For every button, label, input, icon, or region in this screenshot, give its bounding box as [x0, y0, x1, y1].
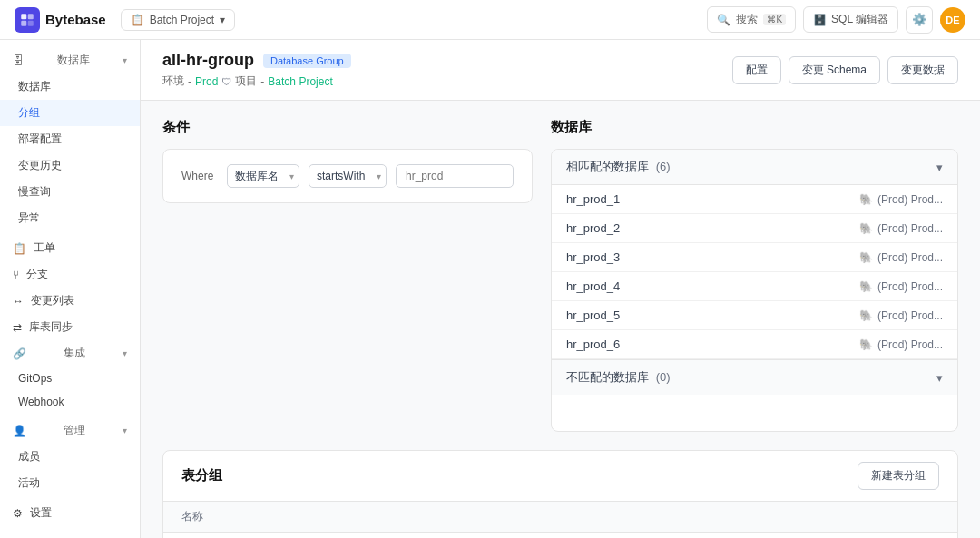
sidebar-db-item-label: 数据库	[18, 79, 51, 94]
db-name-5: hr_prod_5	[566, 308, 620, 322]
sidebar-item-slow-query[interactable]: 慢查询	[0, 179, 140, 205]
db-env-1: 🐘 (Prod) Prod...	[859, 193, 943, 206]
title-row: all-hr-group Database Group	[162, 51, 351, 70]
db-name-3: hr_prod_3	[566, 250, 620, 264]
table-header-row: 名称	[163, 502, 957, 533]
db-icon-6: 🐘	[859, 338, 873, 351]
env-label: 环境	[162, 73, 184, 89]
sidebar-integration-header[interactable]: 🔗 集成 ▾	[0, 340, 140, 367]
matching-db-title: 相匹配的数据库 (6)	[566, 159, 671, 175]
topbar: Bytebase 📋 Batch Project ▾ 🔍 搜索 ⌘K 🗄️ SQ…	[0, 0, 980, 40]
sidebar-item-sync[interactable]: ⇄ 库表同步	[0, 314, 140, 340]
two-col-layout: 条件 Where 数据库名 startsWith	[162, 119, 958, 432]
sidebar-item-activity[interactable]: 活动	[0, 470, 140, 496]
operator-select[interactable]: startsWith	[309, 164, 387, 188]
sidebar-item-changelist[interactable]: ↔ 变更列表	[0, 288, 140, 314]
sync-icon: ⇄	[13, 321, 22, 334]
changelist-label: 变更列表	[31, 293, 74, 308]
database-card: 相匹配的数据库 (6) ▾ hr_prod_1 🐘 (Prod) Prod...	[551, 149, 958, 432]
chevron-not-matching-icon: ▾	[936, 371, 943, 385]
main-content: all-hr-group Database Group 环境 - Prod 🛡 …	[141, 40, 980, 538]
branch-icon: ⑂	[13, 269, 19, 281]
settings-icon-button[interactable]: ⚙️	[906, 6, 933, 34]
table-groups-title: 表分组	[181, 467, 222, 484]
search-shortcut: ⌘K	[763, 14, 786, 25]
db-section-icon: 🗄	[13, 54, 24, 67]
db-env-3: 🐘 (Prod) Prod...	[859, 251, 943, 264]
sidebar-item-deploy-config[interactable]: 部署配置	[0, 126, 140, 152]
change-data-button[interactable]: 变更数据	[887, 56, 958, 84]
ticket-icon: 📋	[13, 242, 26, 255]
sidebar-item-anomaly[interactable]: 异常	[0, 205, 140, 231]
project-icon: 📋	[131, 14, 144, 26]
field-select[interactable]: 数据库名	[227, 164, 299, 188]
col-name-header: 名称	[181, 509, 203, 524]
table-row: hr_prod_3 🐘 (Prod) Prod...	[552, 243, 957, 272]
sidebar-db-label: 数据库	[57, 53, 90, 68]
not-matching-empty	[552, 395, 957, 431]
sidebar-anomaly-item-label: 异常	[18, 210, 40, 226]
condition-section: 条件 Where 数据库名 startsWith	[162, 119, 533, 432]
not-matching-count: (0)	[656, 370, 671, 384]
env-link[interactable]: Prod	[195, 75, 218, 88]
db-icon-2: 🐘	[859, 222, 873, 235]
webhook-label: Webhook	[18, 396, 64, 408]
settings-icon: ⚙	[13, 507, 23, 520]
search-icon: 🔍	[717, 14, 730, 26]
field-select-wrapper: 数据库名	[227, 164, 299, 188]
batch-project-button[interactable]: 📋 Batch Project ▾	[121, 9, 235, 31]
sidebar-deploy-item-label: 部署配置	[18, 132, 62, 147]
sidebar-group-item-label: 分组	[18, 105, 40, 121]
sidebar-history-item-label: 变更历史	[18, 158, 62, 173]
project-link[interactable]: Batch Project	[268, 75, 332, 88]
db-icon-4: 🐘	[859, 280, 873, 293]
project-label: 项目	[235, 73, 257, 89]
where-label: Where	[181, 170, 218, 182]
operator-select-wrapper: startsWith	[309, 164, 387, 188]
sidebar-item-groups[interactable]: 分组	[0, 100, 140, 126]
svg-rect-2	[21, 20, 26, 25]
table-row: hr_prod_6 🐘 (Prod) Prod...	[552, 330, 957, 359]
sidebar-item-gitops[interactable]: GitOps	[0, 367, 140, 390]
sidebar-item-change-history[interactable]: 变更历史	[0, 152, 140, 179]
batch-project-label: Batch Project	[150, 14, 214, 26]
breadcrumb-sep2: -	[260, 75, 264, 88]
new-table-group-button[interactable]: 新建表分组	[858, 462, 939, 490]
db-icon-5: 🐘	[859, 309, 873, 322]
database-section: 数据库 相匹配的数据库 (6) ▾ hr_prod_1	[551, 119, 958, 432]
sidebar-item-members[interactable]: 成员	[0, 444, 140, 470]
shield-icon: 🛡	[221, 76, 231, 87]
search-button[interactable]: 🔍 搜索 ⌘K	[707, 6, 796, 33]
layout: 🗄 数据库 ▾ 数据库 分组 部署配置 变更历史 慢查询 异常	[0, 40, 980, 538]
db-env-5: 🐘 (Prod) Prod...	[859, 309, 943, 322]
sidebar-section-db: 🗄 数据库 ▾ 数据库 分组 部署配置 变更历史 慢查询 异常	[0, 47, 140, 231]
sidebar-manage-header[interactable]: 👤 管理 ▾	[0, 417, 140, 444]
sql-icon: 🗄️	[813, 14, 827, 26]
breadcrumb: 环境 - Prod 🛡 项目 - Batch Project	[162, 73, 351, 89]
chevron-down-icon: ▾	[220, 14, 225, 26]
sidebar-item-webhook[interactable]: Webhook	[0, 390, 140, 414]
config-button[interactable]: 配置	[732, 56, 781, 84]
sidebar-item-databases[interactable]: 数据库	[0, 73, 140, 100]
topbar-right: 🔍 搜索 ⌘K 🗄️ SQL 编辑器 ⚙️ DE	[707, 6, 965, 34]
change-schema-button[interactable]: 变更 Schema	[789, 56, 880, 84]
table-row: all-department 配置	[163, 533, 957, 538]
not-matching-db-header[interactable]: 不匹配的数据库 (0) ▾	[552, 359, 957, 395]
changelist-icon: ↔	[13, 295, 24, 308]
matching-db-header[interactable]: 相匹配的数据库 (6) ▾	[552, 150, 957, 185]
db-name-6: hr_prod_6	[566, 337, 620, 351]
condition-row: Where 数据库名 startsWith	[181, 164, 514, 188]
manage-icon: 👤	[13, 425, 26, 437]
db-env-6: 🐘 (Prod) Prod...	[859, 338, 943, 351]
db-env-4: 🐘 (Prod) Prod...	[859, 280, 943, 293]
condition-title: 条件	[162, 119, 533, 136]
sidebar-item-tickets[interactable]: 📋 工单	[0, 235, 140, 261]
sidebar-db-header[interactable]: 🗄 数据库 ▾	[0, 47, 140, 73]
avatar[interactable]: DE	[940, 7, 965, 33]
sidebar-item-branches[interactable]: ⑂ 分支	[0, 261, 140, 288]
members-label: 成员	[18, 449, 40, 465]
sidebar-item-settings[interactable]: ⚙ 设置	[0, 500, 140, 526]
sql-editor-button[interactable]: 🗄️ SQL 编辑器	[803, 6, 898, 33]
db-name-1: hr_prod_1	[566, 192, 620, 206]
condition-value-input[interactable]	[396, 164, 514, 188]
